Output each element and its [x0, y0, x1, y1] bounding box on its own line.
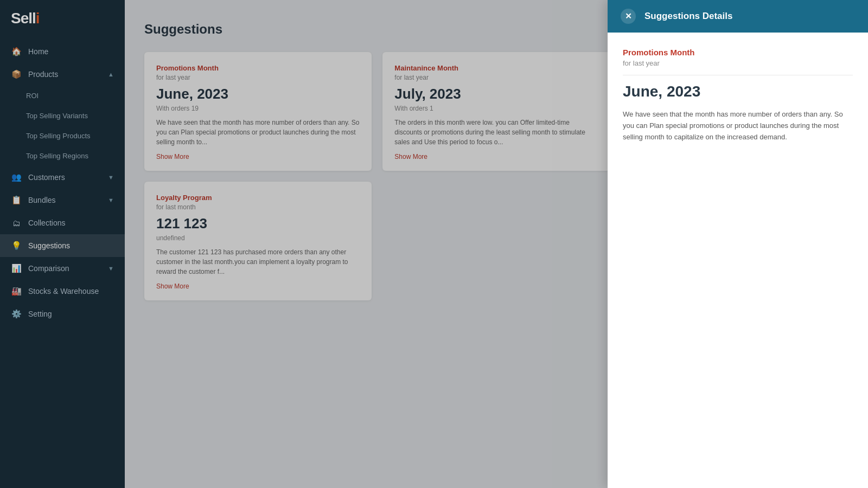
suggestions-icon: 💡: [11, 240, 22, 251]
sidebar-item-top-selling-products[interactable]: Top Selling Products: [0, 126, 125, 146]
sidebar-item-comparison[interactable]: 📊 Comparison ▼: [0, 257, 125, 280]
card-show-more-link[interactable]: Show More: [156, 153, 189, 160]
bundles-icon: 📋: [11, 195, 22, 206]
sidebar-item-label: Bundles: [28, 196, 56, 204]
sidebar-item-label: Suggestions: [28, 241, 70, 250]
card-category: Maintanince Month: [394, 64, 598, 72]
sidebar-item-label: Home: [28, 47, 48, 56]
stocks-icon: 🏭: [11, 286, 22, 297]
suggestions-detail-panel: ✕ Suggestions Details Promotions Month f…: [608, 0, 868, 488]
panel-title: Suggestions Details: [644, 11, 732, 22]
sidebar-nav: 🏠 Home 📦 Products ▲ ROI Top Selling Vari…: [0, 35, 125, 488]
sidebar-item-top-selling-variants[interactable]: Top Selling Variants: [0, 106, 125, 126]
sidebar-item-label: Top Selling Products: [26, 132, 91, 140]
chevron-down-icon: ▼: [108, 174, 114, 181]
panel-close-button[interactable]: ✕: [621, 9, 636, 24]
sidebar-item-label: Collections: [28, 219, 65, 227]
sidebar-item-label: Customers: [28, 173, 65, 182]
card-description: The customer 121 123 has purchased more …: [156, 247, 360, 277]
sidebar-item-label: Top Selling Regions: [26, 152, 88, 160]
products-icon: 📦: [11, 69, 22, 80]
collections-icon: 🗂: [11, 217, 22, 228]
card-period: for last year: [156, 74, 360, 81]
sidebar-item-customers[interactable]: 👥 Customers ▼: [0, 166, 125, 189]
suggestion-card-loyalty-program[interactable]: Loyalty Program for last month 121 123 u…: [144, 182, 372, 300]
card-description: The orders in this month were low. you c…: [394, 118, 598, 147]
panel-section-title: Promotions Month: [623, 48, 853, 57]
sidebar-item-label: Comparison: [28, 264, 69, 273]
sidebar-item-suggestions[interactable]: 💡 Suggestions: [0, 234, 125, 257]
card-category: Loyalty Program: [156, 194, 360, 202]
panel-section-period: for last year: [623, 59, 853, 75]
sidebar-item-label: Top Selling Variants: [26, 112, 88, 120]
sidebar-item-home[interactable]: 🏠 Home: [0, 40, 125, 63]
card-value: June, 2023: [156, 86, 360, 102]
card-description: We have seen that the month has more num…: [156, 118, 360, 147]
sidebar-item-label: Setting: [28, 310, 52, 318]
sidebar-item-products[interactable]: 📦 Products ▲: [0, 63, 125, 86]
panel-value: June, 2023: [623, 83, 853, 100]
card-period: for last month: [156, 203, 360, 211]
card-category: Promotions Month: [156, 64, 360, 72]
logo: Selli: [11, 10, 40, 27]
sidebar-item-label: Stocks & Warehouse: [28, 287, 99, 296]
card-subtitle: undefined: [156, 234, 360, 242]
suggestion-card-promotions-month[interactable]: Promotions Month for last year June, 202…: [144, 52, 372, 171]
chevron-down-icon: ▼: [108, 265, 114, 272]
home-icon: 🏠: [11, 46, 22, 57]
setting-icon: ⚙️: [11, 309, 22, 319]
customers-icon: 👥: [11, 172, 22, 183]
sidebar-item-top-selling-regions[interactable]: Top Selling Regions: [0, 146, 125, 166]
card-show-more-link[interactable]: Show More: [156, 282, 189, 290]
sidebar-item-collections[interactable]: 🗂 Collections: [0, 211, 125, 234]
card-show-more-link[interactable]: Show More: [394, 153, 427, 160]
card-value: 121 123: [156, 215, 360, 232]
panel-description: We have seen that the month has more num…: [623, 109, 853, 143]
suggestion-card-maintanince-month[interactable]: Maintanince Month for last year July, 20…: [382, 52, 610, 171]
chevron-down-icon: ▼: [108, 197, 114, 203]
chevron-up-icon: ▲: [108, 71, 114, 78]
sidebar-item-setting[interactable]: ⚙️ Setting: [0, 303, 125, 325]
panel-body: Promotions Month for last year June, 202…: [608, 33, 868, 488]
card-value: July, 2023: [394, 86, 598, 102]
sidebar-item-bundles[interactable]: 📋 Bundles ▼: [0, 189, 125, 211]
panel-header: ✕ Suggestions Details: [608, 0, 868, 33]
card-period: for last year: [394, 74, 598, 81]
comparison-icon: 📊: [11, 263, 22, 274]
logo-area: Selli: [0, 0, 125, 35]
sidebar-item-label: Products: [28, 70, 58, 79]
sidebar-item-stocks[interactable]: 🏭 Stocks & Warehouse: [0, 280, 125, 303]
sidebar-item-roi[interactable]: ROI: [0, 86, 125, 106]
card-subtitle: With orders 1: [394, 105, 598, 112]
sidebar: Selli 🏠 Home 📦 Products ▲ ROI Top Sellin…: [0, 0, 125, 488]
sidebar-item-label: ROI: [26, 92, 39, 100]
card-subtitle: With orders 19: [156, 105, 360, 112]
